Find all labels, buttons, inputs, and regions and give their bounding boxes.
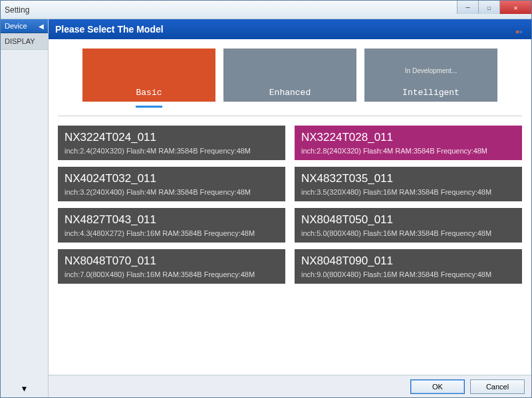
content-area: Basic Enhanced In Development... Int (49, 39, 531, 375)
close-button[interactable]: ✕ (499, 1, 531, 14)
model-name: NX3224T028_011 (301, 131, 515, 144)
category-basic-wrapper: Basic (82, 49, 215, 108)
model-card[interactable]: NX8048T070_011inch:7.0(800X480) Flash:16… (58, 249, 285, 284)
category-intelligent-wrapper: In Development... Intelligent (364, 49, 497, 108)
model-name: NX4827T043_011 (65, 213, 279, 227)
model-spec: inch:7.0(800X480) Flash:16M RAM:3584B Fr… (65, 270, 279, 278)
category-enhanced[interactable]: Enhanced (223, 49, 356, 102)
titlebar: Setting ─ ☐ ✕ (1, 1, 531, 19)
divider (58, 116, 522, 116)
model-card[interactable]: NX4832T035_011inch:3.5(320X480) Flash:16… (295, 167, 522, 201)
in-development-note: In Development... (405, 67, 457, 74)
model-spec: inch:2.4(240X320) Flash:4M RAM:3584B Fre… (65, 147, 279, 155)
model-spec: inch:5.0(800X480) Flash:16M RAM:3584B Fr… (301, 229, 515, 237)
model-card[interactable]: NX3224T024_011inch:2.4(240X320) Flash:4M… (58, 126, 285, 160)
category-enhanced-wrapper: Enhanced (223, 49, 356, 108)
model-spec: inch:2.8(240X320) Flash:4M RAM:3584B Fre… (301, 147, 515, 155)
footer: OK Cancel (49, 375, 531, 397)
category-underline (136, 106, 162, 108)
page-title: Please Select The Model (55, 24, 164, 35)
sidebar-header-label: Device (5, 22, 27, 30)
model-name: NX8048T090_011 (301, 254, 515, 268)
main-header: Please Select The Model (49, 19, 531, 39)
sidebar-item-label: DISPLAY (5, 37, 35, 45)
category-intelligent[interactable]: In Development... Intelligent (364, 49, 497, 102)
app-cube-icon (515, 25, 525, 34)
model-name: NX8048T070_011 (65, 254, 279, 268)
model-spec: inch:3.5(320X480) Flash:16M RAM:3584B Fr… (301, 188, 515, 196)
chevron-left-icon: ◀ (39, 23, 44, 30)
model-name: NX4832T035_011 (301, 172, 515, 185)
model-card[interactable]: NX4827T043_011inch:4.3(480X272) Flash:16… (58, 208, 285, 243)
model-name: NX3224T024_011 (65, 131, 279, 144)
sidebar: Device ◀ DISPLAY ▼ (1, 19, 49, 397)
model-card[interactable]: NX4024T032_011inch:3.2(240X400) Flash:4M… (58, 167, 285, 201)
sidebar-header[interactable]: Device ◀ (1, 19, 48, 33)
model-spec: inch:4.3(480X272) Flash:16M RAM:3584B Fr… (65, 229, 279, 237)
model-card[interactable]: NX8048T050_011inch:5.0(800X480) Flash:16… (295, 208, 522, 243)
model-card[interactable]: NX8048T090_011inch:9.0(800X480) Flash:16… (295, 249, 522, 284)
chevron-down-icon: ▼ (21, 384, 29, 393)
window-body: Device ◀ DISPLAY ▼ Please Select The Mod… (1, 19, 531, 397)
model-spec: inch:3.2(240X400) Flash:4M RAM:3584B Fre… (65, 188, 279, 196)
minimize-button[interactable]: ─ (457, 1, 478, 14)
sidebar-collapse-button[interactable]: ▼ (1, 380, 48, 397)
settings-window: Setting ─ ☐ ✕ Device ◀ DISPLAY ▼ Please … (0, 0, 532, 398)
category-label: Enhanced (269, 88, 311, 98)
sidebar-item-display[interactable]: DISPLAY (1, 33, 48, 50)
model-name: NX4024T032_011 (65, 172, 279, 185)
main-panel: Please Select The Model Basic (49, 19, 531, 397)
cancel-button[interactable]: Cancel (470, 379, 525, 394)
category-label: Intelligent (402, 88, 460, 98)
category-row: Basic Enhanced In Development... Int (58, 49, 522, 108)
maximize-button[interactable]: ☐ (478, 1, 499, 14)
category-label: Basic (136, 88, 162, 98)
model-card[interactable]: NX3224T028_011inch:2.8(240X320) Flash:4M… (295, 126, 522, 160)
model-name: NX8048T050_011 (301, 213, 515, 227)
model-spec: inch:9.0(800X480) Flash:16M RAM:3584B Fr… (301, 270, 515, 278)
model-grid: NX3224T024_011inch:2.4(240X320) Flash:4M… (58, 126, 522, 284)
window-buttons: ─ ☐ ✕ (457, 1, 531, 14)
category-basic[interactable]: Basic (82, 49, 215, 102)
window-title: Setting (5, 5, 29, 15)
sidebar-spacer (1, 50, 48, 380)
ok-button[interactable]: OK (410, 379, 465, 394)
